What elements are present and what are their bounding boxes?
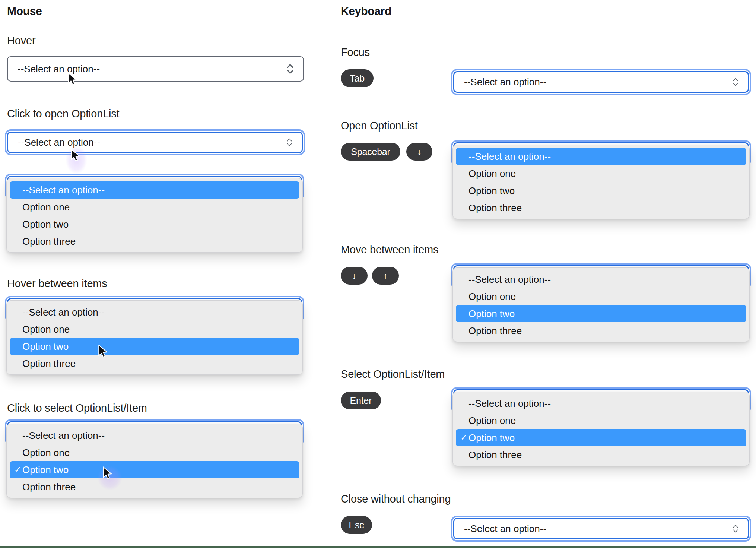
- select-value: --Select an option--: [18, 137, 100, 148]
- mouse-cursor-icon: [71, 149, 81, 163]
- key-badge-spacebar: Spacebar: [341, 143, 400, 161]
- key-badge-esc: Esc: [341, 516, 372, 534]
- option-item[interactable]: Option two: [456, 182, 746, 199]
- option-item[interactable]: Option one: [456, 165, 746, 182]
- mouse-column-title: Mouse: [7, 4, 42, 18]
- option-item[interactable]: Option one: [10, 321, 299, 338]
- chevron-updown-icon: [285, 137, 293, 148]
- select-focus[interactable]: --Select an option--: [453, 71, 749, 93]
- section-label-hover-items: Hover between items: [7, 277, 107, 290]
- section-label-open-optionlist: Open OptionList: [341, 119, 418, 132]
- section-label-close: Close without changing: [341, 492, 451, 506]
- key-badge-arrow-up: ↑: [372, 267, 399, 285]
- option-item[interactable]: Option two: [10, 338, 299, 355]
- option-item[interactable]: --Select an option--: [10, 304, 299, 321]
- option-item[interactable]: Option three: [456, 446, 746, 463]
- check-icon: ✓: [460, 433, 467, 443]
- section-label-hover: Hover: [7, 34, 35, 47]
- option-item[interactable]: Option one: [456, 288, 746, 305]
- option-item[interactable]: Option one: [10, 199, 299, 216]
- select-close[interactable]: --Select an option--: [453, 518, 749, 539]
- select-value: --Select an option--: [464, 523, 546, 535]
- select-click-open-closed[interactable]: --Select an option--: [7, 132, 303, 153]
- optionlist-hover-items: --Select an option-- Option one Option t…: [6, 300, 303, 375]
- section-label-move: Move between items: [341, 243, 438, 256]
- option-item[interactable]: Option two: [10, 216, 299, 233]
- optionlist-move: --Select an option-- Option one Option t…: [452, 267, 750, 342]
- option-item[interactable]: --Select an option--: [456, 148, 746, 165]
- option-item-selected[interactable]: ✓ Option two: [10, 461, 299, 478]
- option-item[interactable]: Option three: [10, 478, 299, 495]
- key-badge-enter: Enter: [341, 392, 381, 409]
- option-item[interactable]: --Select an option--: [10, 181, 299, 199]
- key-badge-arrow-down: ↓: [341, 267, 368, 285]
- chevron-updown-icon: [731, 523, 740, 534]
- select-hover[interactable]: --Select an option--: [7, 56, 304, 82]
- check-icon: ✓: [14, 465, 21, 475]
- option-item[interactable]: Option three: [456, 322, 746, 339]
- chevron-updown-icon: [731, 77, 740, 87]
- key-badge-arrow-down: ↓: [406, 143, 432, 161]
- key-badge-tab: Tab: [341, 69, 374, 87]
- chevron-updown-icon: [285, 63, 295, 75]
- section-label-focus: Focus: [341, 46, 370, 59]
- option-item[interactable]: --Select an option--: [10, 427, 299, 444]
- keyboard-column-title: Keyboard: [341, 4, 391, 18]
- section-label-click-open: Click to open OptionList: [7, 107, 119, 120]
- section-label-select-item: Select OptionList/Item: [341, 368, 445, 381]
- option-item[interactable]: Option three: [456, 199, 746, 216]
- option-item[interactable]: Option three: [10, 233, 299, 250]
- select-value: --Select an option--: [18, 63, 100, 75]
- optionlist-click-open: --Select an option-- Option one Option t…: [6, 178, 303, 253]
- option-item[interactable]: Option three: [10, 355, 299, 372]
- section-divider: [0, 546, 756, 548]
- select-value: --Select an option--: [464, 76, 546, 88]
- optionlist-click-select: --Select an option-- Option one ✓ Option…: [6, 424, 303, 498]
- optionlist-select: --Select an option-- Option one ✓ Option…: [452, 392, 750, 466]
- option-item-selected[interactable]: ✓ Option two: [456, 429, 746, 446]
- mouse-cursor-icon: [103, 466, 113, 481]
- option-item[interactable]: Option one: [456, 412, 746, 429]
- option-item[interactable]: --Select an option--: [456, 271, 746, 288]
- option-item[interactable]: --Select an option--: [456, 395, 746, 412]
- mouse-cursor-icon: [68, 72, 78, 86]
- option-item[interactable]: Option two: [456, 305, 746, 322]
- mouse-cursor-icon: [98, 345, 108, 359]
- section-label-click-select: Click to select OptionList/Item: [7, 402, 147, 415]
- optionlist-open: --Select an option-- Option one Option t…: [452, 145, 750, 219]
- option-item[interactable]: Option one: [10, 444, 299, 461]
- optionlist-interaction-demo: Mouse Hover --Select an option-- Click t…: [0, 0, 756, 548]
